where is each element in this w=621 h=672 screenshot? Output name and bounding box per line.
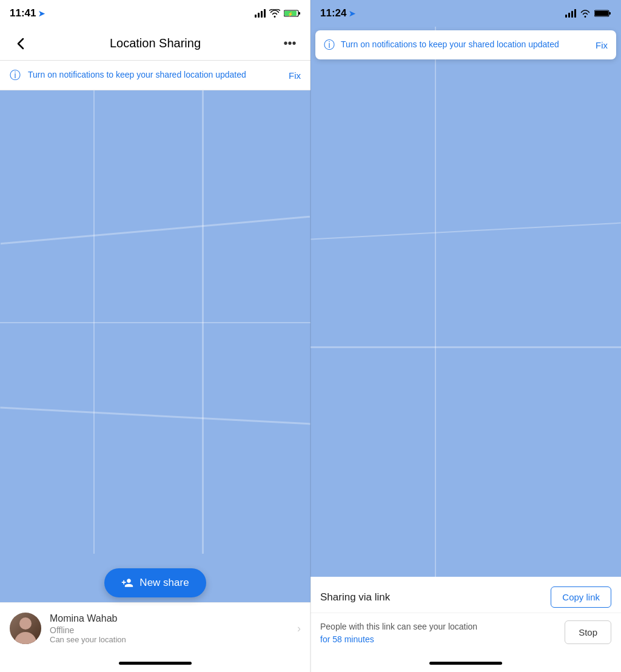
new-share-button[interactable]: New share	[104, 568, 206, 597]
map-area-right: 11:24 ➤	[310, 0, 621, 577]
home-indicator-right	[310, 654, 621, 672]
share-detail-text: People with this link can see your locat…	[320, 620, 557, 644]
bar3	[261, 11, 263, 18]
status-bar-left: 11:41 ➤ ⚡	[0, 0, 310, 27]
map-road-5	[202, 90, 204, 554]
rbar1	[565, 15, 567, 18]
signal-bars-left	[255, 9, 266, 18]
signal-bars-right	[565, 9, 576, 18]
home-bar-left	[119, 662, 192, 665]
rmap-road-3	[435, 0, 436, 577]
time-right: 11:24	[320, 7, 346, 19]
top-nav-left: Location Sharing •••	[0, 27, 310, 61]
svg-rect-1	[298, 12, 300, 15]
right-panel: 11:24 ➤	[310, 0, 621, 672]
rbar2	[568, 13, 570, 18]
fix-button-left[interactable]: Fix	[289, 70, 301, 81]
svg-text:⚡: ⚡	[287, 11, 294, 17]
svg-rect-6	[595, 11, 608, 16]
panel-divider	[310, 0, 311, 672]
contact-sublabel: Can see your location	[50, 635, 297, 644]
contact-info: Momina Wahab Offline Can see your locati…	[50, 613, 297, 644]
time-left: 11:41	[10, 7, 36, 19]
notification-banner-left: ⓘ Turn on notifications to keep your sha…	[0, 61, 310, 90]
more-button-left[interactable]: •••	[279, 33, 301, 55]
map-notification-banner: ⓘ Turn on notifications to keep your sha…	[315, 30, 616, 59]
battery-icon-right	[594, 9, 611, 18]
status-icons-left: ⚡	[255, 9, 301, 18]
map-fix-button[interactable]: Fix	[596, 40, 608, 50]
bar2	[258, 13, 260, 18]
contact-status: Offline	[50, 625, 297, 635]
svg-rect-5	[609, 12, 611, 15]
rmap-road-1	[310, 223, 620, 240]
new-share-label: New share	[139, 577, 189, 589]
bar4	[264, 9, 266, 18]
map-road-4	[93, 90, 95, 554]
map-area-left	[0, 90, 310, 554]
battery-icon-left: ⚡	[284, 9, 301, 18]
status-time-right: 11:24 ➤	[320, 7, 355, 19]
contact-avatar	[10, 613, 41, 644]
sharing-via-link-label: Sharing via link	[320, 591, 390, 603]
status-bar-right: 11:24 ➤	[310, 0, 621, 27]
rbar3	[571, 11, 573, 18]
chevron-right-icon: ›	[297, 622, 301, 635]
map-road-3	[0, 406, 310, 425]
share-detail-row: People with this link can see your locat…	[310, 613, 621, 654]
rbar4	[574, 9, 576, 18]
map-road-2	[0, 322, 310, 323]
left-panel: 11:41 ➤ ⚡	[0, 0, 310, 672]
map-notification-text: Turn on notifications to keep your share…	[341, 39, 589, 51]
wifi-icon-right	[580, 9, 591, 18]
status-time-left: 11:41 ➤	[10, 7, 45, 19]
location-icon-left: ➤	[38, 9, 45, 18]
share-duration-text: for 58 minutes	[320, 634, 557, 644]
status-icons-right	[565, 9, 611, 18]
wifi-icon-left	[269, 9, 280, 18]
home-indicator-left	[0, 654, 310, 672]
info-icon-left: ⓘ	[10, 68, 21, 82]
page-title-left: Location Sharing	[110, 36, 201, 50]
share-people-text: People with this link can see your locat…	[320, 620, 557, 633]
stop-sharing-button[interactable]: Stop	[565, 620, 611, 644]
bottom-sheet: Sharing via link Copy link People with t…	[310, 577, 621, 654]
location-icon-right: ➤	[349, 9, 355, 18]
notification-text-left: Turn on notifications to keep your share…	[28, 69, 281, 81]
info-icon-right: ⓘ	[324, 38, 335, 52]
bar1	[255, 15, 257, 18]
avatar-image	[10, 613, 41, 644]
sharing-via-link-row: Sharing via link Copy link	[310, 577, 621, 613]
contact-row[interactable]: Momina Wahab Offline Can see your locati…	[0, 602, 310, 654]
home-bar-right	[429, 662, 502, 665]
back-button-left[interactable]	[10, 33, 32, 55]
person-add-icon	[121, 577, 133, 589]
map-road-1	[1, 216, 310, 245]
contact-name: Momina Wahab	[50, 613, 297, 624]
copy-link-button[interactable]: Copy link	[551, 586, 611, 608]
new-share-area: New share	[0, 554, 310, 602]
rmap-road-2	[310, 346, 621, 348]
